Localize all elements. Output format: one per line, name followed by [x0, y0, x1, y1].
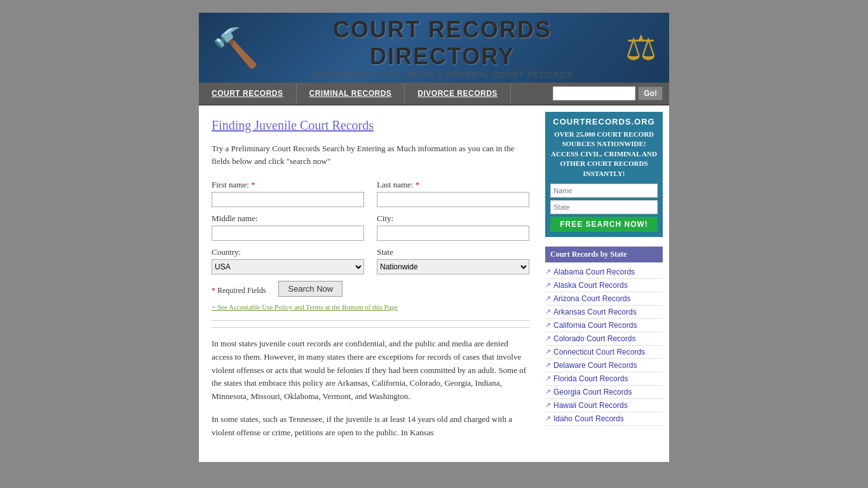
sidebar-ad-site-label: COURTRECORDS.ORG	[550, 117, 658, 126]
city-label: City:	[377, 214, 529, 224]
sidebar-link-connecticut[interactable]: Connecticut Court Records	[553, 348, 645, 356]
sidebar-ad-description: OVER 25,000 COURT RECORD SOURCES NATIONW…	[550, 130, 658, 179]
link-icon-idaho: ↗	[545, 414, 551, 423]
middle-city-row: Middle name: City:	[212, 214, 529, 241]
sidebar-link-arizona[interactable]: Arizona Court Records	[553, 294, 630, 303]
site-title: COURT RECORDS DIRECTORY	[266, 17, 619, 70]
nav-criminal-records[interactable]: CRIMINAL RECORDS	[297, 83, 405, 104]
middle-name-input[interactable]	[212, 226, 364, 241]
nav-links: COURT RECORDS CRIMINAL RECORDS DIVORCE R…	[199, 83, 546, 104]
search-now-button[interactable]: Search Now	[278, 281, 342, 297]
last-name-input[interactable]	[377, 192, 529, 207]
sidebar-ad-search-button[interactable]: FREE SEARCH NOW!	[550, 217, 658, 232]
nav-go-button[interactable]: Go!	[638, 86, 663, 100]
nav-bar: COURT RECORDS CRIMINAL RECORDS DIVORCE R…	[199, 83, 669, 105]
page-title: Finding Juvenile Court Records	[212, 118, 529, 133]
list-item: ↗ Delaware Court Records	[545, 359, 663, 372]
sidebar-link-arkansas[interactable]: Arkansas Court Records	[553, 308, 637, 316]
first-name-required-star: *	[251, 180, 255, 189]
sidebar-link-florida[interactable]: Florida Court Records	[553, 374, 628, 383]
state-select[interactable]: Nationwide Alabama Alaska Arizona Arkans…	[377, 259, 529, 274]
required-fields-note: * Required Fields	[212, 286, 266, 295]
link-icon-connecticut: ↗	[545, 348, 551, 356]
main-layout: Finding Juvenile Court Records Try a Pre…	[199, 105, 669, 462]
nav-search-area: Go!	[546, 83, 669, 104]
body-paragraph-2: In some states, such as Tennessee, if th…	[212, 413, 529, 440]
sidebar-link-georgia[interactable]: Georgia Court Records	[553, 388, 632, 396]
link-icon-alabama: ↗	[545, 268, 551, 276]
sidebar-ad-state-input[interactable]	[550, 200, 658, 214]
acceptable-use-link[interactable]: + See Acceptable Use Policy and Terms at…	[212, 303, 529, 311]
name-row: First name: * Last name: *	[212, 180, 529, 207]
list-item: ↗ Alaska Court Records	[545, 279, 663, 292]
first-name-group: First name: *	[212, 180, 364, 207]
form-bottom-row: * Required Fields Search Now	[212, 281, 529, 297]
sidebar: COURTRECORDS.ORG OVER 25,000 COURT RECOR…	[542, 105, 669, 462]
first-name-input[interactable]	[212, 192, 364, 207]
link-icon-arkansas: ↗	[545, 308, 551, 316]
list-item: ↗ Florida Court Records	[545, 372, 663, 386]
list-item: ↗ California Court Records	[545, 319, 663, 332]
list-item: ↗ Arkansas Court Records	[545, 306, 663, 319]
intro-text: Try a Preliminary Court Records Search b…	[212, 142, 529, 167]
sidebar-link-hawaii[interactable]: Hawaii Court Records	[553, 401, 628, 410]
state-label: State	[377, 247, 529, 257]
list-item: ↗ Alabama Court Records	[545, 266, 663, 279]
sidebar-link-alaska[interactable]: Alaska Court Records	[553, 281, 628, 290]
link-icon-california: ↗	[545, 321, 551, 329]
first-name-label: First name: *	[212, 180, 364, 190]
sidebar-state-links: ↗ Alabama Court Records ↗ Alaska Court R…	[545, 266, 663, 426]
nav-search-input[interactable]	[553, 86, 635, 100]
list-item: ↗ Arizona Court Records	[545, 292, 663, 306]
sidebar-link-california[interactable]: California Court Records	[553, 321, 637, 330]
list-item: ↗ Colorado Court Records	[545, 332, 663, 346]
last-name-required-star: *	[416, 180, 420, 189]
sidebar-ad-box: COURTRECORDS.ORG OVER 25,000 COURT RECOR…	[545, 112, 663, 237]
scales-icon: ⚖	[625, 27, 656, 68]
country-select[interactable]: USA	[212, 259, 364, 274]
list-item: ↗ Hawaii Court Records	[545, 399, 663, 412]
list-item: ↗ Idaho Court Records	[545, 412, 663, 426]
link-icon-arizona: ↗	[545, 294, 551, 302]
last-name-group: Last name: *	[377, 180, 529, 207]
middle-name-label: Middle name:	[212, 214, 364, 224]
country-label: Country:	[212, 247, 364, 257]
divider-2	[212, 327, 529, 328]
link-icon-alaska: ↗	[545, 281, 551, 289]
gavel-icon: 🔨	[212, 25, 259, 71]
sidebar-link-alabama[interactable]: Alabama Court Records	[553, 268, 635, 276]
last-name-label: Last name: *	[377, 180, 529, 190]
sidebar-link-delaware[interactable]: Delaware Court Records	[553, 361, 637, 370]
link-icon-colorado: ↗	[545, 334, 551, 342]
link-icon-georgia: ↗	[545, 388, 551, 396]
link-icon-hawaii: ↗	[545, 401, 551, 409]
link-icon-florida: ↗	[545, 374, 551, 383]
country-state-row: Country: USA State Nationwide Alabama Al…	[212, 247, 529, 274]
list-item: ↗ Connecticut Court Records	[545, 346, 663, 359]
sidebar-section-title: Court Records by State	[545, 247, 663, 262]
sidebar-link-colorado[interactable]: Colorado Court Records	[553, 334, 635, 343]
list-item: ↗ Georgia Court Records	[545, 386, 663, 399]
country-group: Country: USA	[212, 247, 364, 274]
search-form: First name: * Last name: *	[212, 180, 529, 297]
sidebar-ad-name-input[interactable]	[550, 184, 658, 198]
header-text-area: COURT RECORDS DIRECTORY FIND COUNTY, CIT…	[266, 17, 619, 79]
city-input[interactable]	[377, 226, 529, 241]
sidebar-link-idaho[interactable]: Idaho Court Records	[553, 414, 624, 423]
middle-name-group: Middle name:	[212, 214, 364, 241]
link-icon-delaware: ↗	[545, 361, 551, 369]
nav-divorce-records[interactable]: DIVORCE RECORDS	[405, 83, 511, 104]
content-area: Finding Juvenile Court Records Try a Pre…	[199, 105, 542, 462]
body-paragraph-1: In most states juvenile court records ar…	[212, 337, 529, 403]
site-subtitle: FIND COUNTY, CITY, STATE & FEDERAL COURT…	[266, 70, 619, 79]
header-banner: 🔨 COURT RECORDS DIRECTORY FIND COUNTY, C…	[199, 13, 669, 83]
nav-court-records[interactable]: COURT RECORDS	[199, 83, 297, 104]
city-group: City:	[377, 214, 529, 241]
state-group: State Nationwide Alabama Alaska Arizona …	[377, 247, 529, 274]
divider-1	[212, 320, 529, 321]
